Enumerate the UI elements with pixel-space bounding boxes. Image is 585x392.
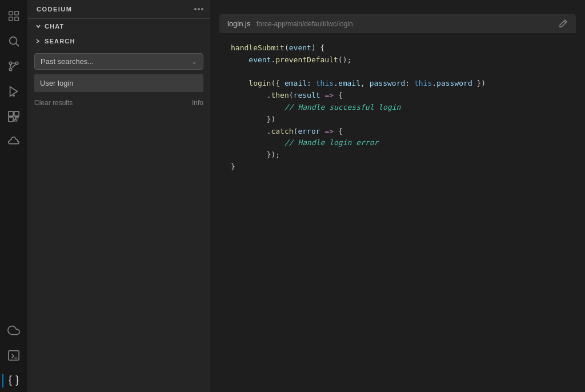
search-icon[interactable] bbox=[2, 30, 25, 53]
svg-line-16 bbox=[564, 21, 566, 23]
svg-rect-13 bbox=[9, 117, 13, 122]
clear-results-button[interactable]: Clear results bbox=[34, 99, 73, 107]
code-content: handleSubmit(event) { event.preventDefau… bbox=[231, 42, 564, 173]
code-card-action-button[interactable] bbox=[559, 19, 568, 28]
svg-rect-0 bbox=[9, 11, 13, 15]
search-input[interactable] bbox=[34, 74, 203, 92]
terminal-icon[interactable] bbox=[2, 344, 25, 367]
svg-point-4 bbox=[10, 37, 17, 45]
svg-rect-3 bbox=[15, 17, 18, 21]
search-section-header[interactable]: SEARCH bbox=[27, 34, 210, 49]
panel-header: CODEIUM bbox=[27, 0, 210, 19]
past-searches-dropdown[interactable]: Past searches... ⌄ bbox=[34, 53, 203, 70]
chat-chevron-icon bbox=[34, 22, 42, 30]
chat-section-title: CHAT bbox=[45, 23, 65, 30]
side-panel: CODEIUM CHAT SEARCH Past searches... ⌄ bbox=[27, 0, 210, 392]
clear-results-bar: Clear results Info bbox=[27, 97, 210, 109]
past-searches-label: Past searches... bbox=[41, 57, 94, 66]
code-block: handleSubmit(event) { event.preventDefau… bbox=[219, 33, 576, 182]
code-card-header: login.js force-app/main/default/lwc/logi… bbox=[219, 14, 576, 33]
explorer-icon[interactable] bbox=[2, 5, 25, 27]
svg-rect-1 bbox=[15, 11, 18, 15]
panel-title: CODEIUM bbox=[37, 6, 72, 13]
chat-section-header[interactable]: CHAT bbox=[27, 19, 210, 34]
dropdown-chevron-icon: ⌄ bbox=[191, 58, 197, 66]
code-filepath: force-app/main/default/lwc/login bbox=[257, 20, 353, 28]
cloud-icon[interactable] bbox=[2, 319, 25, 342]
search-chevron-icon bbox=[34, 37, 42, 45]
code-result-card: login.js force-app/main/default/lwc/logi… bbox=[219, 14, 576, 182]
svg-rect-12 bbox=[14, 111, 19, 116]
main-content: login.js force-app/main/default/lwc/logi… bbox=[210, 0, 585, 392]
svg-point-7 bbox=[15, 62, 18, 65]
extensions-icon[interactable] bbox=[2, 105, 25, 128]
source-control-icon[interactable] bbox=[2, 55, 25, 78]
search-section-title: SEARCH bbox=[45, 38, 75, 45]
code-card-file-info: login.js force-app/main/default/lwc/logi… bbox=[227, 18, 353, 29]
svg-point-8 bbox=[9, 62, 12, 65]
run-debug-icon[interactable] bbox=[2, 80, 25, 103]
svg-rect-11 bbox=[9, 111, 13, 116]
activity-bar bbox=[0, 0, 27, 392]
svg-rect-2 bbox=[9, 17, 13, 21]
salesforce-icon[interactable] bbox=[2, 130, 25, 153]
svg-line-5 bbox=[16, 43, 19, 46]
svg-point-6 bbox=[9, 68, 12, 71]
svg-point-10 bbox=[13, 95, 15, 97]
panel-menu-button[interactable] bbox=[194, 8, 203, 10]
search-area: Past searches... ⌄ bbox=[27, 49, 210, 97]
json-icon[interactable] bbox=[2, 369, 25, 392]
info-button[interactable]: Info bbox=[192, 99, 203, 107]
code-filename: login.js bbox=[227, 19, 250, 28]
